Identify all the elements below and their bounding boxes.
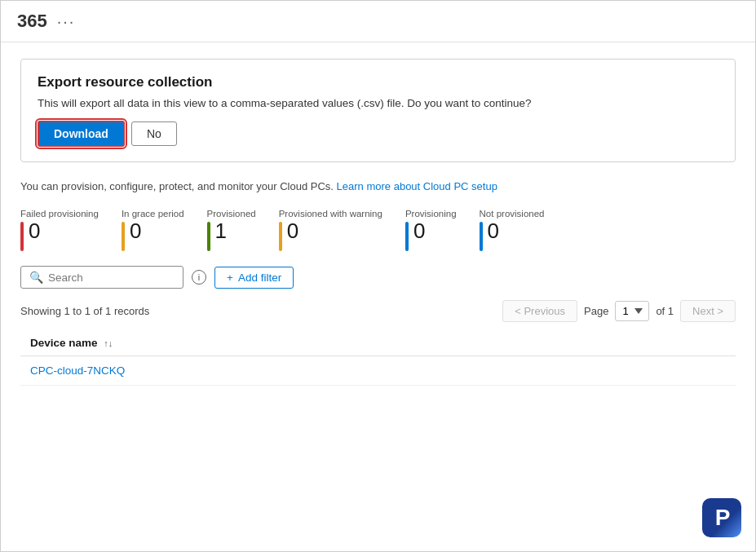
status-label: Not provisioned bbox=[480, 209, 545, 219]
pagination: < Previous Page 1 of 1 Next > bbox=[502, 300, 736, 322]
status-item: In grace period 0 bbox=[122, 209, 184, 251]
add-filter-label: Add filter bbox=[238, 272, 281, 284]
export-dialog: Export resource collection This will exp… bbox=[20, 59, 736, 162]
page-of: of 1 bbox=[656, 305, 674, 317]
status-item: Failed provisioning 0 bbox=[20, 209, 99, 251]
status-inner: 0 bbox=[122, 220, 141, 251]
page-select[interactable]: 1 bbox=[615, 301, 649, 321]
search-box: 🔍 bbox=[20, 266, 183, 289]
column-label-device-name: Device name bbox=[30, 337, 98, 349]
app-title: 365 bbox=[17, 11, 47, 32]
next-button[interactable]: Next > bbox=[680, 300, 736, 322]
status-inner: 0 bbox=[279, 220, 298, 251]
info-icon[interactable]: i bbox=[192, 270, 206, 285]
status-item: Not provisioned 0 bbox=[480, 209, 545, 251]
status-count: 0 bbox=[488, 220, 499, 241]
status-item: Provisioning 0 bbox=[405, 209, 457, 251]
status-count: 0 bbox=[413, 220, 425, 241]
search-input[interactable] bbox=[48, 272, 175, 284]
status-inner: 0 bbox=[405, 220, 425, 251]
table-controls: Showing 1 to 1 of 1 records < Previous P… bbox=[20, 300, 736, 322]
top-bar: 365 ··· bbox=[1, 1, 755, 42]
status-label: Failed provisioning bbox=[20, 209, 99, 219]
export-buttons: Download No bbox=[38, 121, 718, 147]
pickit-logo: P bbox=[702, 498, 741, 537]
main-content: Export resource collection This will exp… bbox=[1, 42, 755, 402]
export-title: Export resource collection bbox=[38, 74, 718, 91]
status-count: 0 bbox=[287, 220, 298, 241]
previous-button[interactable]: < Previous bbox=[502, 300, 577, 322]
status-item: Provisioned 1 bbox=[207, 209, 256, 251]
status-label: In grace period bbox=[122, 209, 184, 219]
status-count: 0 bbox=[29, 220, 40, 241]
pickit-p-icon: P bbox=[715, 505, 729, 531]
column-device-name: Device name ↑↓ bbox=[20, 330, 736, 356]
add-filter-button[interactable]: + Add filter bbox=[214, 267, 294, 289]
add-filter-icon: + bbox=[227, 272, 233, 284]
export-description: This will export all data in this view t… bbox=[38, 97, 718, 109]
status-label: Provisioning bbox=[405, 209, 457, 219]
records-label: Showing 1 to 1 of 1 records bbox=[20, 305, 149, 317]
status-label: Provisioned bbox=[207, 209, 256, 219]
search-icon: 🔍 bbox=[29, 271, 43, 284]
status-bar bbox=[207, 222, 210, 251]
status-count: 0 bbox=[130, 220, 141, 241]
table-row: CPC-cloud-7NCKQ bbox=[20, 356, 736, 386]
download-button[interactable]: Download bbox=[38, 121, 125, 147]
status-counters: Failed provisioning 0 In grace period 0 … bbox=[20, 209, 736, 251]
top-bar-dots: ··· bbox=[57, 12, 76, 31]
learn-more-link[interactable]: Learn more about Cloud PC setup bbox=[337, 180, 497, 192]
status-bar bbox=[122, 222, 125, 251]
status-item: Provisioned with warning 0 bbox=[279, 209, 382, 251]
status-bar bbox=[279, 222, 282, 251]
no-button[interactable]: No bbox=[131, 121, 177, 146]
search-row: 🔍 i + Add filter bbox=[20, 266, 736, 289]
info-strip: You can provision, configure, protect, a… bbox=[20, 177, 736, 196]
page-label: Page bbox=[584, 305, 608, 317]
status-inner: 0 bbox=[480, 220, 499, 251]
status-bar bbox=[20, 222, 24, 251]
sort-icon[interactable]: ↑↓ bbox=[104, 338, 113, 348]
status-bar bbox=[480, 222, 483, 251]
info-text: You can provision, configure, protect, a… bbox=[20, 180, 334, 192]
status-inner: 1 bbox=[207, 220, 227, 251]
status-bar bbox=[405, 222, 409, 251]
status-count: 1 bbox=[215, 220, 227, 241]
status-inner: 0 bbox=[20, 220, 40, 251]
data-table: Device name ↑↓ CPC-cloud-7NCKQ bbox=[20, 330, 736, 386]
status-label: Provisioned with warning bbox=[279, 209, 382, 219]
cell-device-name[interactable]: CPC-cloud-7NCKQ bbox=[20, 356, 736, 386]
